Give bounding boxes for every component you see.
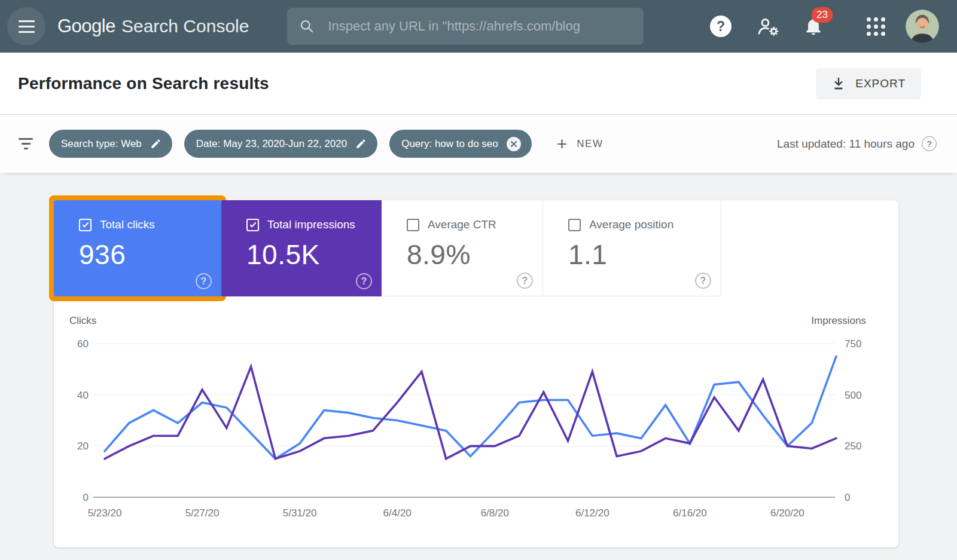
logo-google: Google — [57, 16, 115, 37]
last-updated-text: Last updated: 11 hours ago — [777, 137, 915, 151]
chip-date-range[interactable]: Date: May 23, 2020-Jun 22, 2020 — [184, 130, 377, 158]
new-filter-label: NEW — [577, 138, 603, 150]
filter-bar: Search type: Web Date: May 23, 2020-Jun … — [0, 115, 957, 173]
chip-query-filter[interactable]: Query: how to do seo — [389, 130, 532, 158]
chart-canvas[interactable]: 00202504050060750ClicksImpressions5/23/2… — [54, 306, 898, 540]
impressions-line[interactable] — [105, 366, 836, 458]
export-button[interactable]: EXPORT — [816, 68, 921, 99]
metric-help-icon[interactable]: ? — [517, 273, 533, 289]
right-axis-tick: 0 — [845, 492, 850, 503]
user-settings-button[interactable] — [755, 16, 781, 37]
metric-label: Average CTR — [428, 218, 496, 231]
left-axis-tick: 0 — [83, 492, 89, 503]
page-title: Performance on Search results — [18, 74, 269, 93]
last-updated-help-icon[interactable]: ? — [922, 136, 937, 151]
url-inspect-searchbar[interactable] — [287, 8, 644, 45]
help-icon: ? — [717, 19, 725, 35]
metric-card-average-position[interactable]: Average position 1.1 ? — [543, 200, 721, 296]
x-axis-tick: 6/20/20 — [770, 507, 804, 519]
google-apps-button[interactable] — [867, 17, 885, 36]
metric-label: Total clicks — [100, 218, 155, 231]
plus-icon: + — [557, 135, 568, 153]
download-icon — [831, 76, 846, 91]
metric-value: 8.9% — [407, 238, 542, 271]
menu-button[interactable] — [7, 7, 45, 45]
search-input[interactable] — [328, 19, 632, 34]
hamburger-icon — [19, 20, 35, 22]
metric-help-icon[interactable]: ? — [356, 273, 372, 289]
top-app-bar: Google Search Console ? — [0, 0, 957, 53]
left-axis-tick: 60 — [77, 338, 89, 350]
left-axis-tick: 40 — [77, 390, 89, 401]
metric-value: 10.5K — [246, 238, 382, 271]
x-axis-tick: 5/31/20 — [283, 507, 317, 519]
topbar-actions: ? 23 — [710, 10, 939, 43]
chip-query-filter-label: Query: how to do seo — [401, 138, 498, 150]
app-logo[interactable]: Google Search Console — [57, 16, 249, 37]
checkbox-checked-icon[interactable] — [246, 219, 259, 231]
gsc-performance-page: Google Search Console ? — [0, 0, 957, 560]
metric-value: 1.1 — [568, 238, 721, 271]
user-settings-icon — [755, 16, 781, 37]
checkbox-unchecked-icon[interactable] — [568, 219, 581, 231]
right-axis-tick: 250 — [845, 440, 861, 452]
right-axis-tick: 500 — [845, 390, 861, 401]
metric-help-icon[interactable]: ? — [196, 273, 212, 289]
main-content: Total clicks 936 ? Total impressions 10.… — [0, 173, 957, 547]
x-axis-tick: 5/27/20 — [185, 507, 220, 519]
last-updated: Last updated: 11 hours ago ? — [777, 136, 937, 151]
x-axis-tick: 5/23/20 — [88, 507, 122, 519]
metric-label: Total impressions — [267, 218, 355, 231]
performance-panel: Total clicks 936 ? Total impressions 10.… — [54, 200, 898, 547]
right-axis-tick: 750 — [845, 338, 861, 350]
chip-search-type[interactable]: Search type: Web — [49, 130, 172, 158]
x-axis-tick: 6/4/20 — [383, 507, 412, 519]
avatar-photo — [906, 10, 939, 43]
title-row: Performance on Search results EXPORT — [0, 53, 957, 115]
account-avatar[interactable] — [906, 10, 939, 43]
performance-chart[interactable]: 00202504050060750ClicksImpressions5/23/2… — [54, 306, 898, 543]
chip-date-range-label: Date: May 23, 2020-Jun 22, 2020 — [196, 138, 347, 150]
checkbox-checked-icon[interactable] — [79, 219, 92, 231]
chip-search-type-label: Search type: Web — [61, 138, 142, 150]
metric-help-icon[interactable]: ? — [695, 273, 711, 289]
checkbox-unchecked-icon[interactable] — [407, 219, 419, 231]
edit-pencil-icon — [150, 138, 161, 149]
metric-cards-row: Total clicks 936 ? Total impressions 10.… — [54, 200, 898, 296]
notification-badge: 23 — [812, 7, 833, 23]
logo-search-console: Search Console — [121, 16, 249, 36]
cards-row-filler — [721, 200, 898, 296]
apps-grid-icon — [867, 17, 885, 36]
left-axis-title: Clicks — [69, 315, 96, 326]
export-label: EXPORT — [855, 77, 906, 90]
metric-label: Average position — [589, 218, 673, 231]
metric-card-total-impressions[interactable]: Total impressions 10.5K ? — [221, 200, 382, 296]
metric-value: 936 — [79, 238, 221, 271]
x-axis-tick: 6/8/20 — [481, 507, 509, 519]
help-button[interactable]: ? — [710, 16, 732, 37]
remove-filter-icon[interactable] — [507, 137, 521, 151]
filter-icon[interactable] — [18, 138, 33, 149]
metric-card-average-ctr[interactable]: Average CTR 8.9% ? — [382, 200, 543, 296]
right-axis-title: Impressions — [811, 315, 866, 326]
edit-pencil-icon — [355, 138, 367, 149]
metric-card-total-clicks[interactable]: Total clicks 936 ? — [54, 200, 221, 296]
new-filter-button[interactable]: + NEW — [557, 135, 604, 153]
search-icon — [299, 19, 315, 34]
left-axis-tick: 20 — [77, 440, 89, 452]
x-axis-tick: 6/12/20 — [575, 507, 609, 519]
x-axis-tick: 6/16/20 — [673, 507, 707, 519]
notifications-button[interactable]: 23 — [803, 16, 824, 37]
